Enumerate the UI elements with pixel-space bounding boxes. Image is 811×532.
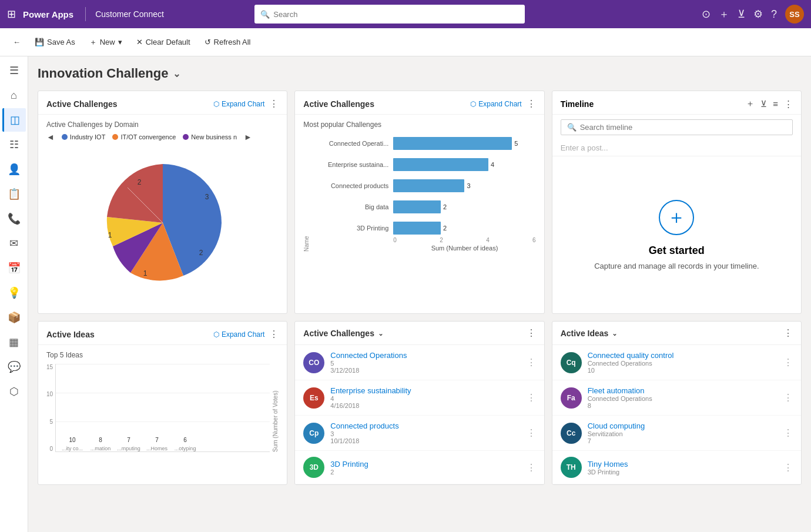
list-more-3[interactable]: ⋮	[527, 427, 536, 439]
list-date-2: 4/16/2018	[330, 402, 520, 409]
card2-actions: ⬡ Expand Chart ⋮	[470, 98, 535, 109]
timeline-add-icon[interactable]: ＋	[746, 98, 755, 109]
card2-expand-button[interactable]: ⬡ Expand Chart	[470, 100, 521, 108]
timeline-filter-icon[interactable]: ⊻	[760, 99, 767, 109]
sidebar-item-contacts[interactable]: 👤	[2, 158, 26, 181]
card3-actions: ⬡ Expand Chart ⋮	[213, 329, 279, 340]
sidebar-item-home[interactable]: ⌂	[2, 83, 26, 107]
list-name-3[interactable]: Connected products	[330, 421, 520, 430]
ideas-more-2[interactable]: ⋮	[783, 392, 793, 403]
ideas-name-2[interactable]: Fleet automation	[588, 386, 778, 395]
sidebar-item-table[interactable]: ▦	[2, 330, 26, 354]
bar-value-5: 2	[443, 225, 447, 232]
global-search-bar[interactable]: 🔍	[254, 5, 525, 24]
refresh-all-button[interactable]: ↺ Refresh All	[199, 34, 257, 50]
ideas-name-4[interactable]: Tiny Homes	[588, 460, 778, 469]
card1-expand-button[interactable]: ⬡ Expand Chart	[213, 100, 264, 108]
sidebar-item-records[interactable]: ☷	[2, 133, 26, 156]
bar-row-1: Connected Operati... 5	[312, 137, 535, 150]
timeline-header: Timeline ＋ ⊻ ≡ ⋮	[552, 91, 801, 115]
back-button[interactable]: ←	[7, 34, 26, 50]
sidebar-item-activities[interactable]: 📋	[2, 182, 26, 206]
sidebar-item-mail[interactable]: ✉	[2, 232, 26, 255]
ideas-name-3[interactable]: Cloud computing	[588, 421, 778, 430]
list-sub-2: 4	[330, 395, 520, 402]
post-area[interactable]: Enter a post...	[552, 140, 801, 156]
card2-more-button[interactable]: ⋮	[527, 98, 536, 109]
copilot-icon[interactable]: ⊙	[702, 8, 711, 21]
card1-legend: ◄ Industry IOT IT/OT convergence New bus…	[46, 132, 279, 142]
sidebar-item-cube[interactable]: ⬡	[2, 380, 26, 403]
back-icon: ←	[13, 38, 21, 46]
bar-fill-2	[393, 158, 488, 171]
bar-row-3: Connected products 3	[312, 179, 535, 192]
sidebar-item-packages[interactable]: 📦	[2, 306, 26, 329]
sidebar-item-ideas[interactable]: 💡	[2, 281, 26, 305]
card1-header: Active Challenges ⬡ Expand Chart ⋮	[38, 91, 287, 115]
list-item-3: Cp Connected products 3 10/1/2018 ⋮	[295, 416, 544, 451]
legend-prev-icon[interactable]: ◄	[46, 132, 55, 142]
bar-track-4: 2	[393, 200, 535, 213]
card1-more-button[interactable]: ⋮	[269, 98, 279, 109]
pie-chart-svg: 2 3 2 1 1	[92, 152, 233, 293]
ideas-name-1[interactable]: Connected quality control	[588, 351, 778, 360]
card5-more-button[interactable]: ⋮	[783, 327, 793, 339]
sidebar-item-calendar[interactable]: 📅	[2, 256, 26, 280]
filter-icon[interactable]: ⊻	[738, 8, 745, 21]
ideas-info-2: Fleet automation Connected Operations 8	[588, 386, 778, 409]
timeline-search-bar[interactable]: 🔍	[561, 119, 793, 135]
ideas-more-3[interactable]: ⋮	[783, 427, 793, 439]
list-name-2[interactable]: Enterprise sustainability	[330, 386, 520, 395]
user-avatar[interactable]: SS	[785, 5, 804, 24]
grid-icon[interactable]: ⊞	[7, 8, 16, 21]
global-search-input[interactable]	[273, 10, 519, 19]
active-ideas-chart-card: Active Ideas ⬡ Expand Chart ⋮ Top 5 Idea…	[38, 321, 287, 485]
card4-chevron-icon[interactable]: ⌄	[378, 329, 384, 337]
bar-track-2: 4	[393, 158, 535, 171]
new-button[interactable]: ＋ New ▾	[83, 34, 128, 51]
card1-subtitle: Active Challenges by Domain	[46, 121, 279, 129]
sidebar-item-chat[interactable]: 💬	[2, 355, 26, 379]
list-more-1[interactable]: ⋮	[527, 357, 536, 368]
list-more-2[interactable]: ⋮	[527, 392, 536, 403]
save-as-button[interactable]: 💾 Save As	[29, 34, 81, 50]
list-info-1: Connected Operations 5 3/12/2018	[330, 351, 520, 374]
expand-icon: ⬡	[213, 100, 219, 108]
ideas-sub1-2: Connected Operations	[588, 395, 778, 402]
card2-body: Most popular Challenges Name Connected O…	[295, 115, 544, 260]
card3-more-button[interactable]: ⋮	[269, 329, 279, 340]
bar-row-4: Big data 2	[312, 200, 535, 213]
card4-more-button[interactable]: ⋮	[527, 327, 536, 339]
x-axis-ticks: 0 2 4 6	[312, 237, 535, 243]
clear-default-button[interactable]: ✕ Clear Default	[130, 34, 196, 50]
bar-fill-4	[393, 200, 441, 213]
ideas-more-1[interactable]: ⋮	[783, 357, 793, 368]
sidebar-item-dashboard[interactable]: ◫	[2, 108, 26, 132]
list-name-4[interactable]: 3D Printing	[330, 460, 520, 469]
card3-expand-button[interactable]: ⬡ Expand Chart	[213, 330, 264, 339]
list-more-4[interactable]: ⋮	[527, 462, 536, 473]
pie-segment-red	[107, 164, 163, 223]
card2-header: Active Challenges ⬡ Expand Chart ⋮	[295, 91, 544, 115]
timeline-search-icon: 🔍	[567, 123, 577, 132]
timeline-more-icon[interactable]: ⋮	[784, 99, 793, 109]
title-chevron-icon[interactable]: ⌄	[173, 68, 180, 79]
sidebar-item-menu[interactable]: ☰	[2, 59, 26, 82]
add-icon[interactable]: ＋	[719, 7, 729, 21]
ideas-more-4[interactable]: ⋮	[783, 462, 793, 473]
list-name-1[interactable]: Connected Operations	[330, 351, 520, 360]
bottom-dashboard-row: Active Ideas ⬡ Expand Chart ⋮ Top 5 Idea…	[38, 321, 802, 485]
vert-bar-4: 7 ...Homes	[145, 437, 169, 451]
settings-icon[interactable]: ⚙	[753, 8, 763, 21]
legend-next-icon[interactable]: ►	[244, 132, 252, 142]
timeline-search-input[interactable]	[580, 123, 786, 132]
pie-label-1: 1	[143, 269, 147, 277]
bar-label-5: 3D Printing	[312, 225, 388, 232]
timeline-plus-circle[interactable]: ＋	[659, 200, 694, 235]
help-icon[interactable]: ?	[771, 8, 777, 21]
pie-label-1b: 1	[108, 231, 112, 239]
expand-icon-3: ⬡	[213, 330, 219, 339]
timeline-list-icon[interactable]: ≡	[773, 99, 778, 109]
card5-chevron-icon[interactable]: ⌄	[612, 329, 618, 337]
sidebar-item-phone[interactable]: 📞	[2, 207, 26, 230]
